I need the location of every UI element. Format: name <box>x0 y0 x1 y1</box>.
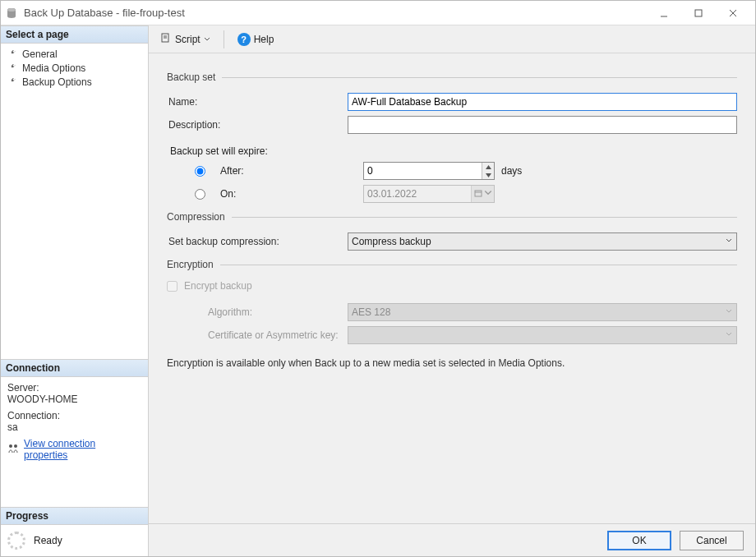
on-date-picker: 03.01.2022 <box>363 185 495 203</box>
sidebar: Select a page General Media Options Back… <box>1 25 149 556</box>
progress-spinner-icon <box>7 532 25 550</box>
cert-select <box>348 326 737 344</box>
view-connection-properties-link[interactable]: View connection properties <box>24 438 141 461</box>
on-label: On: <box>215 188 357 200</box>
algorithm-select: AES 128 <box>348 303 737 321</box>
form-area: Backup set Name: Description: Backup set… <box>149 53 755 523</box>
expire-after-radio[interactable] <box>195 166 205 177</box>
after-unit: days <box>501 165 522 177</box>
footer: OK Cancel <box>149 523 755 556</box>
toolbar-separator <box>224 30 224 48</box>
encryption-group: Encryption <box>167 259 737 270</box>
cert-label: Certificate or Asymmetric key: <box>167 329 348 341</box>
server-value: WOODY-HOME <box>7 394 141 405</box>
wrench-icon <box>7 76 17 88</box>
expire-on-radio[interactable] <box>195 189 205 200</box>
progress-header: Progress <box>1 507 148 525</box>
select-value: AES 128 <box>352 306 390 318</box>
after-label: After: <box>215 165 357 177</box>
ok-button[interactable]: OK <box>607 531 671 550</box>
svg-rect-3 <box>695 10 702 16</box>
help-button[interactable]: ? Help <box>234 31 278 48</box>
body: Select a page General Media Options Back… <box>1 25 755 556</box>
algorithm-label: Algorithm: <box>167 306 348 318</box>
toolbar: Script ? Help <box>149 25 755 53</box>
chevron-down-icon <box>725 306 733 318</box>
select-page-header: Select a page <box>1 25 148 44</box>
on-date-value: 03.01.2022 <box>364 188 471 200</box>
name-label: Name: <box>167 96 348 108</box>
server-label: Server: <box>7 382 141 394</box>
connection-value: sa <box>7 421 141 433</box>
wrench-icon <box>7 48 17 60</box>
encryption-note: Encryption is available only when Back u… <box>167 357 737 369</box>
encrypt-backup-label: Encrypt backup <box>184 280 252 292</box>
page-label: Media Options <box>22 62 85 74</box>
help-icon: ? <box>237 33 251 46</box>
encrypt-backup-checkbox <box>167 281 177 292</box>
after-days-input[interactable] <box>364 163 482 179</box>
group-label: Encryption <box>167 259 214 270</box>
description-input[interactable] <box>348 116 737 134</box>
maximize-button[interactable] <box>681 2 716 25</box>
chevron-down-icon <box>725 329 733 341</box>
chevron-down-icon <box>204 34 210 45</box>
close-button[interactable] <box>716 2 750 25</box>
svg-point-7 <box>14 444 17 448</box>
script-button[interactable]: Script <box>157 30 214 48</box>
script-label: Script <box>175 34 201 45</box>
compression-group: Compression <box>167 211 737 223</box>
date-dropdown-button <box>471 186 494 202</box>
page-list: General Media Options Backup Options <box>1 44 148 92</box>
database-icon <box>6 7 17 19</box>
group-label: Backup set <box>167 71 215 83</box>
connection-header: Connection <box>1 359 148 377</box>
connection-properties-icon <box>7 443 19 457</box>
svg-point-1 <box>7 8 16 12</box>
spin-up-button[interactable] <box>482 163 494 171</box>
window-title: Back Up Database - file-froup-test <box>24 7 185 19</box>
wrench-icon <box>7 62 17 74</box>
window: Back Up Database - file-froup-test Selec… <box>0 0 756 557</box>
connection-label: Connection: <box>7 410 141 421</box>
progress-row: Ready <box>1 525 148 556</box>
main: Script ? Help Backup set Name: <box>149 25 755 556</box>
page-item-backup-options[interactable]: Backup Options <box>6 75 145 89</box>
cancel-button[interactable]: Cancel <box>680 531 744 550</box>
page-item-media-options[interactable]: Media Options <box>6 61 145 75</box>
titlebar: Back Up Database - file-froup-test <box>1 1 755 25</box>
compression-select[interactable]: Compress backup <box>348 232 737 251</box>
minimize-button[interactable] <box>647 2 681 25</box>
progress-status: Ready <box>34 535 62 546</box>
help-label: Help <box>254 34 274 45</box>
page-item-general[interactable]: General <box>6 47 145 61</box>
page-label: Backup Options <box>22 76 92 88</box>
chevron-down-icon <box>484 188 492 200</box>
chevron-down-icon <box>725 236 733 247</box>
script-icon <box>160 32 172 46</box>
svg-rect-11 <box>475 191 482 196</box>
calendar-icon <box>474 188 482 200</box>
svg-point-6 <box>9 444 12 448</box>
backup-set-group: Backup set <box>167 71 737 83</box>
after-days-spinner[interactable] <box>363 162 495 180</box>
description-label: Description: <box>167 119 348 131</box>
select-value: Compress backup <box>352 236 431 247</box>
page-label: General <box>22 48 58 60</box>
expire-label: Backup set will expire: <box>170 145 737 157</box>
name-input[interactable] <box>348 93 737 111</box>
group-label: Compression <box>167 211 225 223</box>
spin-down-button[interactable] <box>482 171 494 179</box>
connection-block: Server: WOODY-HOME Connection: sa View c… <box>1 377 148 466</box>
set-compression-label: Set backup compression: <box>167 236 348 247</box>
